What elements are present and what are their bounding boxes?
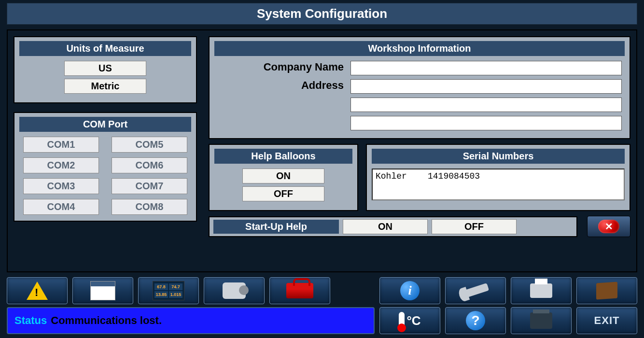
main-area: Units of Measure US Metric COM Port COM1…	[7, 29, 637, 272]
close-button[interactable]: ✕	[587, 216, 630, 237]
startup-off-button[interactable]: OFF	[432, 219, 517, 234]
startup-panel: Start-Up Help ON OFF	[209, 216, 577, 237]
workshop-panel: Workshop Information Company Name Addres…	[209, 36, 630, 139]
status-label: Status	[14, 314, 47, 327]
help-serial-row: Help Balloons ON OFF Serial Numbers Kohl…	[209, 144, 630, 211]
com5-button[interactable]: COM5	[112, 137, 187, 153]
app-root: System Configuration Units of Measure US…	[0, 0, 644, 338]
units-header: Units of Measure	[19, 41, 191, 56]
address-label: Address	[217, 79, 348, 94]
question-icon: ?	[466, 311, 485, 330]
info-icon: i	[400, 281, 420, 300]
camera-icon	[223, 282, 246, 299]
startup-row: Start-Up Help ON OFF ✕	[209, 216, 630, 237]
close-icon: ✕	[598, 220, 619, 233]
status-bar: Status Communications lost.	[7, 307, 375, 334]
wrench-icon	[462, 283, 489, 298]
address-input-1[interactable]	[350, 79, 622, 94]
wrench-button[interactable]	[445, 277, 506, 304]
page-title: System Configuration	[7, 3, 637, 25]
help-balloons-off-button[interactable]: OFF	[242, 186, 324, 201]
printer-button[interactable]	[511, 277, 572, 304]
startup-on-button[interactable]: ON	[343, 219, 428, 234]
document-icon	[90, 281, 115, 300]
engine-button[interactable]	[511, 307, 572, 334]
units-panel: Units of Measure US Metric	[14, 36, 197, 103]
book-icon	[596, 282, 617, 299]
info-button[interactable]: i	[379, 277, 440, 304]
help-balloons-on-button[interactable]: ON	[242, 169, 324, 183]
com4-button[interactable]: COM4	[23, 199, 99, 215]
camera-button[interactable]	[204, 277, 265, 304]
comport-header: COM Port	[19, 117, 191, 132]
serial-numbers-header: Serial Numbers	[372, 149, 625, 164]
startup-header: Start-Up Help	[213, 220, 339, 234]
company-name-label: Company Name	[217, 61, 348, 75]
help-button[interactable]: ?	[445, 307, 506, 334]
com7-button[interactable]: COM7	[112, 178, 187, 194]
bottom-toolbar: 67.874.7 13.851.015 i Status Communicati…	[7, 277, 637, 334]
report-button[interactable]	[72, 277, 133, 304]
comport-panel: COM Port COM1 COM5 COM2 COM6 COM3 COM7 C…	[14, 112, 197, 222]
thermometer-icon: °C	[399, 312, 420, 329]
help-balloons-header: Help Balloons	[214, 149, 352, 164]
com1-button[interactable]: COM1	[23, 137, 99, 153]
warning-button[interactable]	[7, 277, 68, 304]
printer-icon	[530, 283, 552, 298]
left-column: Units of Measure US Metric COM Port COM1…	[14, 36, 197, 266]
toolbox-icon	[286, 283, 313, 298]
help-balloons-panel: Help Balloons ON OFF	[209, 144, 358, 211]
temperature-button[interactable]: °C	[379, 307, 440, 334]
exit-button[interactable]: EXIT	[576, 307, 637, 334]
com6-button[interactable]: COM6	[112, 157, 187, 173]
right-column: Workshop Information Company Name Addres…	[209, 36, 630, 266]
com8-button[interactable]: COM8	[112, 199, 187, 215]
engine-icon	[530, 312, 552, 329]
warning-icon	[27, 282, 48, 300]
address-input-3[interactable]	[350, 116, 622, 130]
toolbox-button[interactable]	[269, 277, 330, 304]
units-metric-button[interactable]: Metric	[64, 79, 146, 94]
com3-button[interactable]: COM3	[23, 178, 99, 194]
address-input-2[interactable]	[350, 98, 622, 112]
gauges-button[interactable]: 67.874.7 13.851.015	[138, 277, 199, 304]
com2-button[interactable]: COM2	[23, 157, 99, 173]
status-message: Communications lost.	[51, 314, 162, 327]
serial-numbers-panel: Serial Numbers Kohler 1419084503	[366, 144, 630, 211]
manual-button[interactable]	[576, 277, 637, 304]
serial-numbers-list: Kohler 1419084503	[372, 169, 625, 200]
company-name-input[interactable]	[350, 61, 622, 75]
exit-label: EXIT	[594, 314, 620, 327]
gauge-icon: 67.874.7 13.851.015	[153, 281, 184, 300]
workshop-header: Workshop Information	[214, 41, 625, 56]
units-us-button[interactable]: US	[64, 61, 146, 76]
